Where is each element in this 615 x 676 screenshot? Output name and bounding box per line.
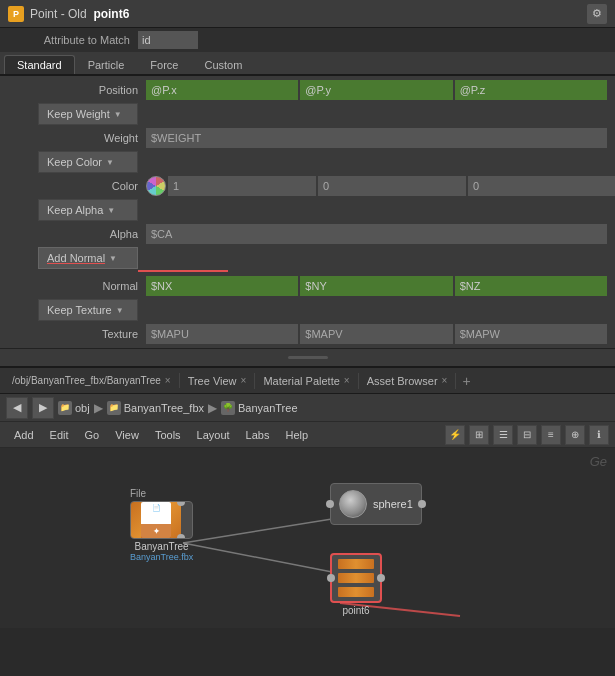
sphere-node[interactable]: sphere1	[330, 483, 422, 525]
panel-tab-1-close[interactable]: ×	[241, 375, 247, 386]
point6-strip-2	[338, 573, 374, 583]
keep-color-row: Keep Color ▼	[0, 150, 615, 174]
point6-label: point6	[330, 605, 382, 616]
panel-tab-0[interactable]: /obj/BanyanTree_fbx/BanyanTree ×	[4, 373, 180, 388]
position-y-input[interactable]	[300, 80, 452, 100]
table-icon[interactable]: ⊟	[517, 425, 537, 445]
color-g-input[interactable]	[318, 176, 466, 196]
point-icon: P	[8, 6, 24, 22]
file-node-type-label: File	[130, 488, 193, 499]
keep-alpha-arrow-icon: ▼	[107, 206, 115, 215]
node-canvas[interactable]: Ge File 📄 ✦	[0, 448, 615, 628]
file-node-body: 📄 ✦	[130, 501, 193, 539]
color-swatch[interactable]	[146, 176, 166, 196]
panel-tab-0-close[interactable]: ×	[165, 375, 171, 386]
weight-input[interactable]	[146, 128, 607, 148]
add-normal-button[interactable]: Add Normal ▼	[38, 247, 138, 269]
alpha-input[interactable]	[146, 224, 607, 244]
menu-layout[interactable]: Layout	[189, 427, 238, 443]
breadcrumb-obj[interactable]: 📁 obj	[58, 401, 90, 415]
keep-color-button[interactable]: Keep Color ▼	[38, 151, 138, 173]
point6-strip-3	[338, 587, 374, 597]
panel-tab-bar: /obj/BanyanTree_fbx/BanyanTree × Tree Vi…	[0, 368, 615, 394]
tab-force[interactable]: Force	[137, 55, 191, 74]
nav-forward-button[interactable]: ▶	[32, 397, 54, 419]
panel-tab-add-button[interactable]: +	[456, 371, 476, 391]
menu-tools[interactable]: Tools	[147, 427, 189, 443]
sphere-icon	[339, 490, 367, 518]
keep-alpha-button[interactable]: Keep Alpha ▼	[38, 199, 138, 221]
normal-ny-input[interactable]	[300, 276, 452, 296]
menu-help[interactable]: Help	[277, 427, 316, 443]
color-b-input[interactable]	[468, 176, 615, 196]
panel-tab-3[interactable]: Asset Browser ×	[359, 373, 457, 389]
window-title: Point - Old point6	[30, 7, 129, 21]
alpha-label: Alpha	[8, 228, 146, 240]
add-normal-row: Add Normal ▼	[0, 246, 615, 270]
texture-w-input[interactable]	[455, 324, 607, 344]
node-toolbar: ◀ ▶ 📁 obj ▶ 📁 BanyanTree_fbx ▶ 🌳 BanyanT…	[0, 394, 615, 422]
snap-icon[interactable]: ⚡	[445, 425, 465, 445]
keep-color-arrow-icon: ▼	[106, 158, 114, 167]
file-icon-overlay: ✦	[141, 524, 171, 538]
position-x-input[interactable]	[146, 80, 298, 100]
breadcrumb-sep-1: ▶	[94, 401, 103, 415]
attribute-match-input[interactable]	[138, 31, 198, 49]
color-label: Color	[8, 180, 146, 192]
title-bar: P Point - Old point6 ⚙	[0, 0, 615, 28]
attribute-match-label: Attribute to Match	[8, 34, 138, 46]
panel-tab-1[interactable]: Tree View ×	[180, 373, 256, 389]
tab-custom[interactable]: Custom	[191, 55, 255, 74]
menu-view[interactable]: View	[107, 427, 147, 443]
keep-texture-row: Keep Texture ▼	[0, 298, 615, 322]
normal-nz-input[interactable]	[455, 276, 607, 296]
texture-v-input[interactable]	[300, 324, 452, 344]
normal-nx-input[interactable]	[146, 276, 298, 296]
position-label: Position	[8, 84, 146, 96]
position-z-input[interactable]	[455, 80, 607, 100]
point6-node-body	[330, 553, 382, 603]
point6-node[interactable]: point6	[330, 553, 382, 616]
keep-alpha-row: Keep Alpha ▼	[0, 198, 615, 222]
color-r-input[interactable]	[168, 176, 316, 196]
panel-tab-3-close[interactable]: ×	[442, 375, 448, 386]
menu-go[interactable]: Go	[77, 427, 108, 443]
breadcrumb-sep-2: ▶	[208, 401, 217, 415]
list-icon[interactable]: ≡	[541, 425, 561, 445]
menu-edit[interactable]: Edit	[42, 427, 77, 443]
resize-handle[interactable]	[288, 356, 328, 359]
attribute-match-row: Attribute to Match	[0, 28, 615, 52]
alpha-row: Alpha	[0, 222, 615, 246]
breadcrumb-banyan-fbx[interactable]: 📁 BanyanTree_fbx	[107, 401, 204, 415]
file-node[interactable]: File 📄 ✦ BanyanTree BanyanTree.	[130, 488, 193, 562]
normal-label: Normal	[8, 280, 146, 292]
weight-label: Weight	[8, 132, 146, 144]
normal-inputs	[146, 276, 607, 296]
layout-icon[interactable]: ☰	[493, 425, 513, 445]
texture-inputs	[146, 324, 607, 344]
file-output-top-dot	[177, 501, 185, 506]
keep-weight-button[interactable]: Keep Weight ▼	[38, 103, 138, 125]
keep-texture-button[interactable]: Keep Texture ▼	[38, 299, 138, 321]
point6-strip-1	[338, 559, 374, 569]
connections-svg	[0, 448, 615, 628]
file-node-subname-label: BanyanTree.fbx	[130, 552, 193, 562]
network-icon[interactable]: ⊕	[565, 425, 585, 445]
file-node-name-label: BanyanTree	[130, 541, 193, 552]
texture-label: Texture	[8, 328, 146, 340]
tab-standard[interactable]: Standard	[4, 55, 75, 74]
menu-add[interactable]: Add	[6, 427, 42, 443]
settings-button[interactable]: ⚙	[587, 4, 607, 24]
grid-icon[interactable]: ⊞	[469, 425, 489, 445]
info-icon[interactable]: ℹ	[589, 425, 609, 445]
nav-back-button[interactable]: ◀	[6, 397, 28, 419]
breadcrumb-banyan-tree[interactable]: 🌳 BanyanTree	[221, 401, 298, 415]
point6-strips	[338, 559, 374, 597]
menu-icon-group: ⚡ ⊞ ☰ ⊟ ≡ ⊕ ℹ	[445, 425, 609, 445]
texture-u-input[interactable]	[146, 324, 298, 344]
keep-weight-row: Keep Weight ▼	[0, 102, 615, 126]
menu-labs[interactable]: Labs	[238, 427, 278, 443]
panel-tab-2[interactable]: Material Palette ×	[255, 373, 358, 389]
tab-particle[interactable]: Particle	[75, 55, 138, 74]
panel-tab-2-close[interactable]: ×	[344, 375, 350, 386]
